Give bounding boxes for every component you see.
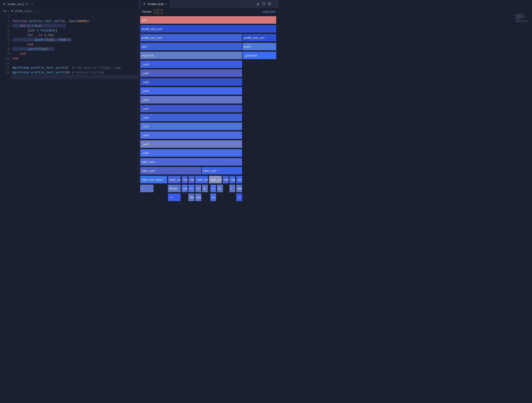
line-number-gutter: 12345678910111213 [0,14,13,211]
chevron-right-icon: › [8,9,9,13]
line-number: 1 [0,14,9,19]
line-number: 5 [0,33,9,37]
flame-bar[interactable]: iterate [236,184,242,192]
breadcrumb-segment[interactable]: src [3,9,7,13]
flame-bar[interactable]: _sort! [140,122,242,130]
flame-bar[interactable]: iterate [168,184,181,192]
flame-bar[interactable]: + [229,184,236,192]
line-number: 6 [0,37,9,42]
julia-file-icon [11,9,14,12]
flame-bar[interactable]: + [140,184,154,192]
flame-bar[interactable]: >> [210,184,216,192]
flame-bar[interactable]: ifelse [188,193,195,201]
flame-bar[interactable]: _sort! [140,149,242,157]
svg-point-5 [12,10,13,11]
tab-overflow-menu[interactable]: ··· [129,2,139,6]
close-icon[interactable]: × [165,2,167,6]
flame-bar[interactable]: _sort! [140,60,242,68]
flame-bar[interactable]: == [168,193,181,201]
thread-label: Thread: [142,10,152,13]
flame-bar[interactable]: & [217,184,223,192]
line-number: 9 [0,51,9,56]
flame-bar[interactable]: profile_test_sort [140,34,242,42]
svg-point-2 [4,3,5,4]
flame-bar[interactable]: _sort! [140,69,242,77]
flame-bar[interactable]: _sort! [140,105,242,113]
flame-bar[interactable]: radix_sort_pass! [236,176,242,184]
flame-bar[interactable]: & [202,184,208,192]
line-number: 2 [0,19,9,24]
flame-bar[interactable]: profile_test_sort [140,25,276,33]
line-number: 12 [0,65,9,70]
line-number: 11 [0,61,9,65]
flame-bar[interactable]: eval [140,16,276,24]
more-icon[interactable]: ··· [274,2,276,6]
flame-bar[interactable]: #sort!#28 [140,51,242,59]
profiler-header: Profiler (4/4) × ← → 🗑 ··· [139,0,279,8]
flame-bar[interactable]: radix_sort_pass! [195,176,208,184]
flame-bar[interactable]: radix_sort_pass! [140,176,167,184]
editor-tab-bar: profile_sort.jl U × ··· [0,0,139,8]
flame-graph[interactable]: evalprofile_test_sortprofile_test_sortpr… [139,15,279,211]
flame-bar[interactable]: push! [242,43,276,50]
flame-bar[interactable]: _sort! [140,96,242,104]
flame-bar[interactable]: ifelse [195,193,202,201]
nav-back-icon[interactable]: ← [245,2,248,6]
code-editor[interactable]: 12345678910111213 function profile_test_… [0,14,139,211]
flame-bar[interactable]: setindex! [182,184,188,192]
split-layout-icon[interactable] [268,2,271,6]
flame-bar[interactable]: radix_sort! [140,167,202,175]
flame-bar[interactable]: radix_sort_pass! [222,176,229,184]
flame-bar[interactable]: _sort! [140,87,242,95]
svg-point-0 [3,4,4,5]
julia-file-icon [3,2,6,6]
line-number: 3 [0,24,9,28]
profiler-title: Profiler (4/4) [148,2,164,6]
save-icon[interactable] [262,2,265,6]
breadcrumb[interactable]: src › profile_sort.jl › … [0,8,139,14]
flame-bar[interactable]: sort! [140,43,242,50]
flame-bar[interactable]: _growend! [242,51,276,59]
flame-bar[interactable]: radix_sort_pass! [188,176,195,184]
flame-list-icon [143,3,146,6]
nav-forward-icon[interactable]: → [251,2,254,6]
svg-point-4 [12,11,13,12]
line-number: 13 [0,70,9,75]
profiler-controls: Thread: 1 reset view [139,8,279,15]
close-icon[interactable]: × [31,2,33,6]
line-number: 8 [0,47,9,51]
flame-bar[interactable]: radix_sort! [140,158,242,166]
code-content[interactable]: function profile_test_sort(n, len=100000… [13,14,139,211]
breadcrumb-trailing: … [35,9,38,13]
flame-bar[interactable]: radix_sort_pass! [229,176,236,184]
breadcrumb-segment[interactable]: profile_sort.jl [15,9,32,13]
flame-bar[interactable]: _sort! [140,78,242,86]
svg-point-1 [4,4,5,5]
profiler-pane: Profiler (4/4) × ← → 🗑 ··· Thread: 1 res… [139,0,279,211]
flame-bar[interactable]: _sort! [140,131,242,139]
line-number: 10 [0,56,9,61]
dirty-indicator: U [26,2,28,6]
flame-bar[interactable]: == [236,193,242,201]
line-number: 7 [0,42,9,47]
flame-bar[interactable]: radix_sort_pass! [182,176,188,184]
editor-pane: profile_sort.jl U × ··· src › profile_so… [0,0,139,211]
flame-bar[interactable]: >> [210,193,216,201]
file-tab-label: profile_sort.jl [7,2,24,6]
reset-view-link[interactable]: reset view [262,10,276,13]
flame-bar[interactable]: radix_sort! [202,167,242,175]
flame-bar[interactable]: _sort! [140,140,242,148]
trash-icon[interactable]: 🗑 [256,2,260,6]
flame-bar[interactable]: _sort! [140,113,242,121]
thread-select[interactable]: 1 [154,9,163,14]
line-number: 4 [0,28,9,33]
flame-bar[interactable]: >> [188,184,195,192]
flame-bar[interactable]: radix_sort_pass! [209,176,222,184]
svg-point-3 [11,11,12,12]
profiler-tab[interactable]: Profiler (4/4) × [141,0,170,8]
chevron-right-icon: › [33,9,33,13]
flame-bar[interactable]: profile_test_sort [242,34,276,42]
flame-bar[interactable]: radix_sort_pass! [168,176,181,184]
file-tab[interactable]: profile_sort.jl U × [0,0,36,8]
flame-bar[interactable]: >> [195,184,202,192]
